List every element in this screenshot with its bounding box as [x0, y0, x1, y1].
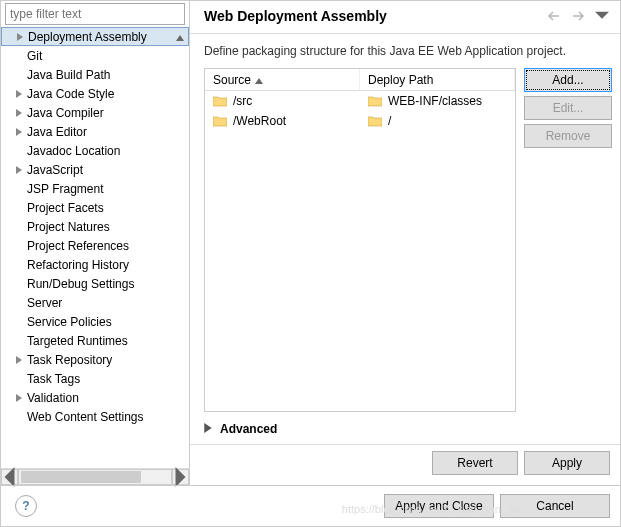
expander-icon: [13, 297, 25, 309]
revert-button[interactable]: Revert: [432, 451, 518, 475]
svg-marker-5: [16, 166, 22, 174]
apply-button[interactable]: Apply: [524, 451, 610, 475]
properties-tree[interactable]: Deployment AssemblyGitJava Build PathJav…: [1, 25, 189, 468]
tree-item[interactable]: Deployment Assembly: [1, 27, 189, 46]
scroll-left-icon[interactable]: [1, 469, 18, 485]
expander-icon: [13, 240, 25, 252]
scroll-thumb[interactable]: [21, 471, 141, 483]
expander-icon: [13, 392, 25, 404]
tree-item-label: JSP Fragment: [27, 182, 103, 196]
expander-icon: [13, 316, 25, 328]
tree-item-label: Validation: [27, 391, 79, 405]
tree-item-label: Refactoring History: [27, 258, 129, 272]
svg-marker-10: [595, 12, 609, 19]
tree-item-label: Run/Debug Settings: [27, 277, 134, 291]
tree-item[interactable]: Java Build Path: [1, 65, 189, 84]
expander-icon: [13, 202, 25, 214]
tree-item[interactable]: Validation: [1, 388, 189, 407]
tree-item-label: Server: [27, 296, 62, 310]
tree-item-label: Web Content Settings: [27, 410, 144, 424]
dropdown-chevron-icon[interactable]: [592, 7, 612, 25]
deployment-table: Source Deploy Path /srcWEB-INF/classes/W…: [204, 68, 516, 412]
tree-item-label: Project Facets: [27, 201, 104, 215]
apply-and-close-button[interactable]: Apply and Close: [384, 494, 494, 518]
tree-item-label: JavaScript: [27, 163, 83, 177]
scroll-track[interactable]: [18, 469, 172, 485]
table-row[interactable]: /WebRoot/: [205, 111, 515, 131]
tree-item-label: Service Policies: [27, 315, 112, 329]
expander-icon: [13, 107, 25, 119]
tree-item[interactable]: Run/Debug Settings: [1, 274, 189, 293]
page-title: Web Deployment Assembly: [204, 8, 540, 24]
add-button[interactable]: Add...: [524, 68, 612, 92]
svg-marker-12: [204, 423, 212, 433]
tree-item[interactable]: Refactoring History: [1, 255, 189, 274]
expander-icon: [13, 88, 25, 100]
tree-item[interactable]: JavaScript: [1, 160, 189, 179]
svg-marker-2: [16, 90, 22, 98]
tree-item-label: Deployment Assembly: [28, 30, 147, 44]
tree-item[interactable]: JSP Fragment: [1, 179, 189, 198]
tree-item[interactable]: Javadoc Location: [1, 141, 189, 160]
tree-item[interactable]: Task Tags: [1, 369, 189, 388]
tree-item[interactable]: Targeted Runtimes: [1, 331, 189, 350]
table-body: /srcWEB-INF/classes/WebRoot/: [205, 91, 515, 411]
tree-item[interactable]: Git: [1, 46, 189, 65]
tree-item-label: Targeted Runtimes: [27, 334, 128, 348]
source-cell: /src: [205, 94, 360, 108]
svg-marker-0: [17, 33, 23, 41]
page-header: Web Deployment Assembly: [190, 1, 620, 34]
expander-icon: [13, 373, 25, 385]
tree-item-label: Task Repository: [27, 353, 112, 367]
tree-item[interactable]: Project References: [1, 236, 189, 255]
dialog-footer: ? Apply and Close Cancel: [1, 485, 620, 526]
nav-back-button[interactable]: [544, 7, 564, 25]
svg-marker-4: [16, 128, 22, 136]
tree-item[interactable]: Java Compiler: [1, 103, 189, 122]
scroll-right-icon[interactable]: [172, 469, 189, 485]
expander-icon: [13, 50, 25, 62]
page-description: Define packaging structure for this Java…: [190, 34, 620, 64]
tree-item[interactable]: Java Editor: [1, 122, 189, 141]
chevron-right-icon: [204, 422, 214, 436]
filter-input[interactable]: [5, 3, 185, 25]
advanced-section-toggle[interactable]: Advanced: [190, 416, 620, 444]
help-icon[interactable]: ?: [15, 495, 37, 517]
tree-item[interactable]: Project Facets: [1, 198, 189, 217]
tree-item[interactable]: Task Repository: [1, 350, 189, 369]
expander-icon: [13, 126, 25, 138]
tree-item-label: Project References: [27, 239, 129, 253]
edit-button: Edit...: [524, 96, 612, 120]
tree-item[interactable]: Service Policies: [1, 312, 189, 331]
expander-icon: [14, 31, 26, 43]
properties-tree-panel: Deployment AssemblyGitJava Build PathJav…: [1, 1, 190, 485]
nav-forward-button[interactable]: [568, 7, 588, 25]
deployment-assembly-panel: Web Deployment Assembly Define packaging…: [190, 1, 620, 485]
svg-marker-8: [5, 467, 15, 487]
expander-icon: [13, 259, 25, 271]
tree-item-label: Java Code Style: [27, 87, 114, 101]
deploy-cell: WEB-INF/classes: [360, 94, 515, 108]
column-header-source[interactable]: Source: [205, 69, 360, 90]
tree-item-label: Java Build Path: [27, 68, 110, 82]
tree-item[interactable]: Java Code Style: [1, 84, 189, 103]
cancel-button[interactable]: Cancel: [500, 494, 610, 518]
svg-marker-3: [16, 109, 22, 117]
tree-item[interactable]: Web Content Settings: [1, 407, 189, 426]
source-path: /WebRoot: [233, 114, 286, 128]
tree-item-label: Project Natures: [27, 220, 110, 234]
svg-marker-1: [176, 35, 184, 41]
filter-box: [5, 3, 185, 25]
deploy-cell: /: [360, 114, 515, 128]
horizontal-scrollbar[interactable]: [1, 468, 189, 485]
column-header-deploy[interactable]: Deploy Path: [360, 69, 515, 90]
expander-icon: [13, 221, 25, 233]
expander-icon: [13, 278, 25, 290]
table-row[interactable]: /srcWEB-INF/classes: [205, 91, 515, 111]
tree-item[interactable]: Project Natures: [1, 217, 189, 236]
svg-marker-11: [255, 78, 263, 84]
tree-item-label: Javadoc Location: [27, 144, 120, 158]
deploy-path: WEB-INF/classes: [388, 94, 482, 108]
tree-item[interactable]: Server: [1, 293, 189, 312]
tree-item-label: Git: [27, 49, 42, 63]
